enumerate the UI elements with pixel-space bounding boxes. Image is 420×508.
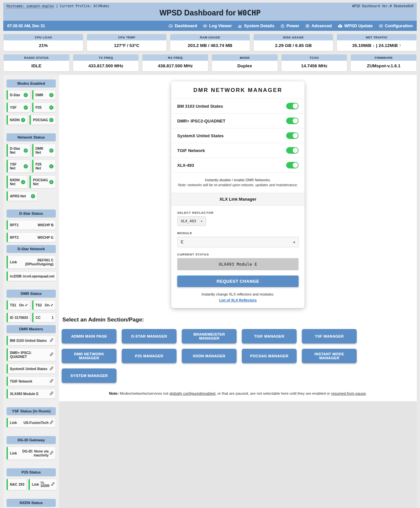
link-icon: [50, 338, 53, 343]
row-value: W0CHP B: [38, 223, 53, 227]
instant-mode-manager-button[interactable]: INSTANT MODE MANAGER: [302, 349, 357, 363]
resumed-from-pause-link[interactable]: resumed from pause: [331, 391, 366, 395]
dmr-network-manager-button[interactable]: DMR NETWORK MANAGER: [62, 349, 116, 363]
mode-label: NXDN: [10, 118, 20, 122]
clock: 07:26:02 AM, Dec 31: [7, 24, 45, 28]
nav-item-dashboard[interactable]: Dashboard: [168, 23, 197, 28]
section-p25-status: P25 Status NAC293 LinkTG10200: [3, 468, 59, 490]
net-label: NXDN Net: [10, 178, 20, 186]
dstar-rpt1: RPT1W0CHP B: [7, 220, 56, 230]
row-label: Link: [10, 421, 17, 425]
nav-item-wpsd-update[interactable]: WPSD Update: [338, 23, 373, 28]
dmr-ts1: TS1On: [7, 300, 30, 310]
tgif-manager-button[interactable]: TGIF MANAGER: [242, 329, 297, 343]
net-label: D-Star Net: [10, 146, 22, 154]
section-title: P25 Status: [7, 468, 56, 476]
profile-text: | Current Profile: AllModes: [56, 4, 110, 8]
nav-item-system-details[interactable]: System Details: [238, 23, 274, 28]
row-label: RPT2: [10, 235, 19, 239]
row-label: Link: [10, 260, 17, 264]
nav-item-log-viewer[interactable]: Log Viewer: [203, 23, 232, 28]
module-select[interactable]: E: [177, 237, 299, 247]
dstar-manager-button[interactable]: D-STAR MANAGER: [122, 329, 177, 343]
section-ysf-status: YSF Status [In Room] LinkUS-FusionTech: [3, 407, 59, 428]
stats-row-2: RADIO STATUSIDLE TX FREQ433.817.500 MHz …: [3, 54, 417, 72]
toggle-on[interactable]: [286, 147, 299, 154]
net-dmr: DMR Net: [32, 144, 56, 157]
section-dstar-status: D-Star Status RPT1W0CHP B RPT2W0CHP G D-…: [3, 210, 59, 281]
stat-value: 438.817.500 MHz: [142, 61, 208, 71]
stat-net-traffic: NET TRAFFIC35.10MiB ↓ | 24.12MiB ↑: [337, 34, 417, 51]
ysf-manager-button[interactable]: YSF MANAGER: [302, 329, 357, 343]
row-label: ircDDB: [10, 274, 22, 278]
section-title: YSF Status [In Room]: [7, 407, 56, 415]
row-value: W0CHP G: [37, 235, 53, 239]
stat-value: 2.29 GB / 6.85 GB: [254, 40, 333, 51]
toggle-on[interactable]: [286, 162, 299, 168]
note-text: .: [366, 391, 367, 395]
stat-label: CPU LOAD: [4, 34, 83, 40]
check-circle-icon: [21, 180, 25, 184]
reflector-value: XLX_493: [181, 219, 196, 223]
check-circle-icon: [49, 148, 53, 153]
section-nxdn-status: NXDN Status RAN1 LinkTG1200: [3, 499, 59, 508]
toggle-on[interactable]: [286, 132, 299, 139]
mode-label: YSF: [10, 105, 16, 109]
check-circle-icon: [21, 118, 25, 122]
stat-label: RADIO STATUS: [4, 55, 69, 61]
nxdn-manager-button[interactable]: NXDN MANAGER: [182, 349, 237, 363]
mode-label: DMR: [35, 93, 43, 97]
row-label: RPT1: [10, 223, 19, 227]
dmr-note-1: Instantly disable / enable DMR Networks.: [171, 178, 304, 182]
toggle-on[interactable]: [286, 103, 299, 109]
nav-item-configuration[interactable]: Configuration: [379, 23, 413, 28]
nav-menu: Dashboard Log Viewer System Details Powe…: [168, 23, 413, 28]
check-circle-icon: [24, 105, 28, 110]
section-title: NXDN Status: [7, 499, 56, 507]
check-circle-icon: [24, 164, 28, 168]
net-ysf: YSF Net: [7, 160, 30, 173]
system-manager-button[interactable]: SYSTEM MANAGER: [62, 368, 116, 383]
network-label: TGIF Network: [177, 148, 205, 153]
nav-item-power[interactable]: Power: [280, 23, 299, 28]
network-row-bm3103: BM 3103 United States: [171, 99, 304, 114]
row-label: TS1: [10, 303, 16, 307]
tg-value: 10200: [40, 484, 50, 488]
toggle-on[interactable]: [286, 118, 299, 124]
background-filler: [59, 401, 417, 508]
dmr-master-xlx: XLX493 Module E: [7, 389, 56, 399]
row-label: CC: [35, 316, 40, 320]
network-label: SystemX United States: [177, 133, 224, 138]
check-circle-icon: [24, 148, 28, 153]
nav-label: System Details: [244, 23, 274, 28]
admin-main-page-button[interactable]: ADMIN MAIN PAGE: [62, 329, 116, 343]
reflector-select[interactable]: XLX_493: [177, 216, 206, 226]
brandmeister-manager-button[interactable]: BRANDMEISTER MANAGER: [182, 329, 237, 343]
dstar-link: LinkREF001 C (DPlus/Outgoing): [7, 255, 56, 269]
request-change-button[interactable]: REQUEST CHANGE: [177, 276, 299, 287]
p25-link: LinkTG10200: [29, 479, 57, 490]
check-circle-icon: [49, 105, 53, 110]
admin-button-grid: ADMIN MAIN PAGE D-STAR MANAGER BRANDMEIS…: [62, 329, 414, 383]
nav-label: Advanced: [311, 23, 332, 28]
page-title: WPSD Dashboard for W0CHP: [7, 9, 413, 17]
nav-item-advanced[interactable]: Advanced: [305, 23, 332, 28]
row-label: TS2: [35, 303, 42, 307]
stat-mode: MODEDuplex: [212, 54, 278, 72]
note-label: Note:: [109, 391, 118, 395]
p25-manager-button[interactable]: P25 MANAGER: [122, 349, 177, 363]
page-title-text: WPSD Dashboard for: [159, 9, 238, 17]
row-label: Link: [32, 482, 39, 486]
xlx-reflectors-link[interactable]: List of XLX Reflectors: [177, 298, 299, 302]
sidebar: Modes Enabled D-Star DMR YSF P25 NXDN PO…: [3, 75, 59, 508]
net-nxdn: NXDN Net: [7, 175, 28, 188]
globally-configured-link[interactable]: globally configured/enabled: [169, 391, 215, 395]
hostname-text: Hostname: zumspot-duplex: [7, 4, 54, 8]
stat-label: DISK USAGE: [254, 34, 333, 40]
admin-heading: Select an Admin Section/Page:: [62, 317, 414, 323]
card-title: DMR NETWORK MANAGER: [171, 81, 304, 99]
stat-value: 14.7456 MHz: [282, 61, 347, 71]
pocsag-manager-button[interactable]: POCSAG MANAGER: [242, 349, 297, 363]
hostname-link[interactable]: Hostname: zumspot-duplex: [7, 4, 54, 8]
link-icon: [50, 366, 53, 371]
